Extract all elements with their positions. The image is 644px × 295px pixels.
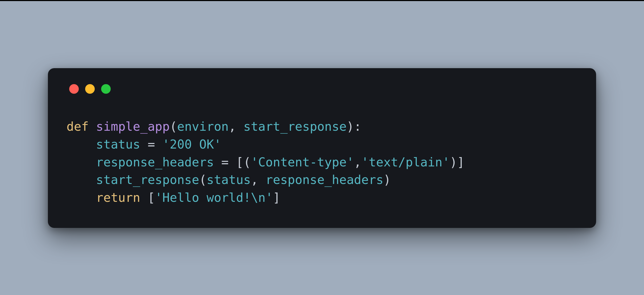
var-status: status: [96, 137, 140, 151]
arg-status: status: [207, 173, 251, 187]
param-environ: environ: [177, 119, 229, 134]
indent: [67, 137, 96, 151]
paren-close-colon: ):: [346, 119, 361, 134]
string-hello-world: 'Hello world!\n': [155, 190, 273, 205]
code-window: def simple_app(environ, start_response):…: [48, 68, 596, 228]
fn-name: simple_app: [96, 119, 170, 134]
indent: [67, 190, 96, 205]
paren-open: (: [170, 119, 177, 134]
space: [89, 119, 96, 134]
comma: ,: [251, 173, 265, 187]
param-start-response: start_response: [243, 119, 347, 134]
call-start-response: start_response: [96, 173, 199, 187]
assign: =: [214, 155, 236, 169]
comma: ,: [229, 119, 243, 134]
keyword-def: def: [67, 119, 89, 134]
zoom-icon[interactable]: [101, 84, 111, 94]
window-titlebar: [67, 84, 577, 94]
var-response-headers: response_headers: [96, 155, 214, 169]
bracket-paren-open: [(: [236, 155, 251, 169]
bracket-close: ]: [273, 190, 280, 205]
code-block: def simple_app(environ, start_response):…: [67, 118, 577, 206]
arg-response-headers: response_headers: [266, 173, 383, 187]
indent: [67, 173, 96, 187]
paren-close: ): [383, 173, 391, 187]
minimize-icon[interactable]: [85, 84, 95, 94]
comma: ,: [354, 155, 361, 169]
bracket-open: [: [148, 190, 155, 205]
indent: [67, 155, 96, 169]
string-content-type: 'Content-type': [251, 155, 354, 169]
paren-bracket-close: )]: [450, 155, 464, 169]
canvas-stage: def simple_app(environ, start_response):…: [0, 1, 644, 295]
space: [140, 190, 148, 205]
close-icon[interactable]: [69, 84, 79, 94]
string-text-plain: 'text/plain': [361, 155, 450, 169]
keyword-return: return: [96, 190, 140, 205]
assign: =: [140, 137, 162, 151]
string-200-ok: '200 OK': [162, 137, 221, 151]
paren-open: (: [199, 173, 207, 187]
